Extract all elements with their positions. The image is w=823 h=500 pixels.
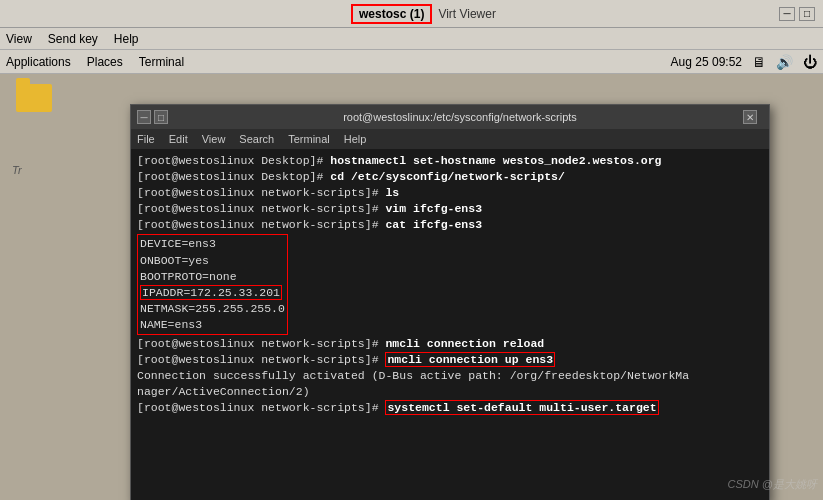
config-netmask: NETMASK=255.255.255.0 [140, 301, 285, 317]
term-menu-search[interactable]: Search [239, 133, 274, 145]
terminal-menubar: File Edit View Search Terminal Help [131, 129, 769, 149]
config-name: NAME=ens3 [140, 317, 285, 333]
term-menu-edit[interactable]: Edit [169, 133, 188, 145]
terminal-minimize[interactable]: ─ [137, 110, 151, 124]
folder-icon [16, 84, 52, 112]
watermark: CSDN @是大姚呀 [728, 477, 817, 492]
power-icon[interactable]: ⏻ [803, 54, 817, 70]
term-line-conn-msg2: nager/ActiveConnection/2) [137, 384, 763, 400]
window-titlebar: westosc (1) Virt Viewer ─ □ [0, 0, 823, 28]
term-menu-terminal[interactable]: Terminal [288, 133, 330, 145]
terminal-body[interactable]: [root@westoslinux Desktop]# hostnamectl … [131, 149, 769, 500]
term-line-nmcli-up: [root@westoslinux network-scripts]# nmcl… [137, 352, 763, 368]
config-ipaddr: IPADDR=172.25.33.201 [140, 285, 285, 301]
config-block: DEVICE=ens3 ONBOOT=yes BOOTPROTO=none IP… [137, 234, 288, 335]
term-line-systemctl: [root@westoslinux network-scripts]# syst… [137, 400, 763, 416]
terminal-maximize[interactable]: □ [154, 110, 168, 124]
system-bar-right: Aug 25 09:52 🖥 🔊 ⏻ [671, 54, 817, 70]
term-line-conn-msg1: Connection successfully activated (D-Bus… [137, 368, 763, 384]
terminal-window: ─ □ root@westoslinux:/etc/sysconfig/netw… [130, 104, 770, 500]
config-bootproto: BOOTPROTO=none [140, 269, 285, 285]
system-bar: Applications Places Terminal Aug 25 09:5… [0, 50, 823, 74]
term-line-0: [root@westoslinux Desktop]# hostnamectl … [137, 153, 763, 169]
maximize-button[interactable]: □ [799, 7, 815, 21]
system-bar-left: Applications Places Terminal [6, 55, 184, 69]
term-line-nmcli-reload: [root@westoslinux network-scripts]# nmcl… [137, 336, 763, 352]
term-line-4: [root@westoslinux network-scripts]# cat … [137, 217, 763, 233]
desktop: Tr ─ □ root@westoslinux:/etc/sysconfig/n… [0, 74, 823, 498]
menu-view[interactable]: View [6, 32, 32, 46]
title-controls: ─ □ [779, 7, 815, 21]
term-line-3: [root@westoslinux network-scripts]# vim … [137, 201, 763, 217]
terminal-titlebar: ─ □ root@westoslinux:/etc/sysconfig/netw… [131, 105, 769, 129]
term-menu-help[interactable]: Help [344, 133, 367, 145]
network-icon[interactable]: 🖥 [752, 54, 766, 70]
config-onboot: ONBOOT=yes [140, 253, 285, 269]
applications-menu[interactable]: Applications [6, 55, 71, 69]
app-menubar: View Send key Help [0, 28, 823, 50]
title-center: westosc (1) Virt Viewer [351, 4, 496, 24]
title-separator: Virt Viewer [438, 7, 496, 21]
terminal-title: root@westoslinux:/etc/sysconfig/network-… [177, 111, 743, 123]
minimize-button[interactable]: ─ [779, 7, 795, 21]
desktop-label: Tr [12, 164, 22, 176]
title-active-text: westosc (1) [351, 4, 432, 24]
places-menu[interactable]: Places [87, 55, 123, 69]
desktop-folder[interactable] [10, 84, 58, 112]
terminal-close[interactable]: ✕ [743, 110, 757, 124]
menu-help[interactable]: Help [114, 32, 139, 46]
volume-icon[interactable]: 🔊 [776, 54, 793, 70]
terminal-menu[interactable]: Terminal [139, 55, 184, 69]
menu-sendkey[interactable]: Send key [48, 32, 98, 46]
config-device: DEVICE=ens3 [140, 236, 285, 252]
datetime-display: Aug 25 09:52 [671, 55, 742, 69]
term-line-2: [root@westoslinux network-scripts]# ls [137, 185, 763, 201]
term-menu-file[interactable]: File [137, 133, 155, 145]
term-line-1: [root@westoslinux Desktop]# cd /etc/sysc… [137, 169, 763, 185]
term-menu-view[interactable]: View [202, 133, 226, 145]
